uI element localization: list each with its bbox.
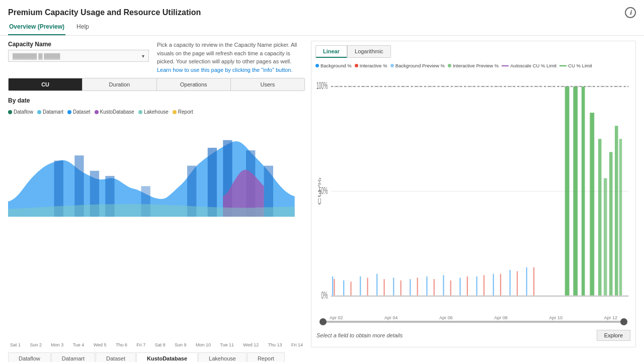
x-label: Thu 13 xyxy=(268,342,282,347)
x-label: Sat 8 xyxy=(155,342,166,347)
capacity-label: Capacity Name xyxy=(8,41,149,48)
background-pct-dot xyxy=(315,64,319,67)
right-chart: 100% 50% 0% CU % xyxy=(315,73,631,316)
legend-cu-limit-label: CU % Limit xyxy=(568,63,592,68)
svg-rect-23 xyxy=(443,275,444,296)
report-dot xyxy=(173,110,177,114)
capacity-section: Capacity Name ▓▓▓▓▓▓ ▓ ▓▓▓▓ ▾ Pick a cap… xyxy=(8,41,305,74)
legend-background-pct: Background % xyxy=(315,63,352,68)
dataflow-dot xyxy=(8,110,12,114)
svg-rect-40 xyxy=(517,271,518,296)
item-type-tabs: Dataflow Datamart Dataset KustoDatabase … xyxy=(8,352,636,362)
x-label: Sun 2 xyxy=(30,342,42,347)
x-label: Mon 3 xyxy=(51,342,63,347)
svg-rect-49 xyxy=(615,126,618,296)
bottom-section: Dataflow Datamart Dataset KustoDatabase … xyxy=(0,352,644,362)
x-label: Sun 9 xyxy=(175,342,187,347)
svg-rect-37 xyxy=(467,277,468,296)
capacity-dropdown[interactable]: ▓▓▓▓▓▓ ▓ ▓▓▓▓ ▾ xyxy=(8,50,149,62)
right-panel: Linear Logarithmic Background % Interact… xyxy=(311,41,636,347)
kustodatabase-dot xyxy=(95,110,99,114)
cu-tab-operations[interactable]: Operations xyxy=(157,78,231,90)
autoscale-cu-line xyxy=(502,65,509,66)
item-tab-report[interactable]: Report xyxy=(247,352,285,362)
cu-limit-line xyxy=(559,65,567,66)
svg-rect-45 xyxy=(590,113,594,296)
svg-text:100%: 100% xyxy=(316,80,328,91)
item-tab-dataflow[interactable]: Dataflow xyxy=(8,352,51,362)
svg-rect-47 xyxy=(604,178,607,296)
scale-tabs: Linear Logarithmic xyxy=(315,45,631,58)
legend-dataflow: Dataflow xyxy=(8,109,33,115)
cu-tab-cu[interactable]: CU xyxy=(9,78,83,90)
legend-cu-limit: CU % Limit xyxy=(559,63,592,68)
legend-dataset: Dataset xyxy=(67,109,90,115)
x-label: Tue 4 xyxy=(73,342,85,347)
svg-rect-43 xyxy=(573,86,578,296)
legend-kustodatabase: KustoDatabase xyxy=(95,109,134,115)
area-chart xyxy=(8,120,305,338)
legend-datamart: Datamart xyxy=(37,109,63,115)
tab-help[interactable]: Help xyxy=(75,20,90,35)
slider-handle-left[interactable] xyxy=(319,318,327,325)
right-chart-svg: 100% 50% 0% CU % xyxy=(315,73,631,316)
x-label: Tue 11 xyxy=(220,342,234,347)
legend-background-pct-label: Background % xyxy=(320,63,352,68)
cu-tab-duration[interactable]: Duration xyxy=(83,78,156,90)
legend-lakehouse: Lakehouse xyxy=(138,109,169,115)
legend-report: Report xyxy=(173,109,193,115)
right-x-label: Apr 06 xyxy=(439,315,453,320)
item-tab-dataset[interactable]: Dataset xyxy=(96,352,136,362)
interactive-preview-pct-dot xyxy=(448,64,451,67)
legend-label-report: Report xyxy=(178,109,193,115)
slider-handle-right[interactable] xyxy=(620,318,627,325)
svg-rect-17 xyxy=(343,281,344,296)
svg-rect-41 xyxy=(533,267,534,296)
by-date-label: By date xyxy=(8,97,305,104)
right-x-label: Apr 08 xyxy=(494,315,508,320)
x-label: Fri 7 xyxy=(136,342,145,347)
explore-button[interactable]: Explore xyxy=(597,330,630,341)
item-tab-lakehouse[interactable]: Lakehouse xyxy=(198,352,247,362)
scale-tab-logarithmic[interactable]: Logarithmic xyxy=(347,45,391,58)
svg-rect-33 xyxy=(400,281,401,296)
svg-rect-50 xyxy=(619,139,622,296)
cu-tab-users[interactable]: Users xyxy=(231,78,304,90)
right-x-label: Apr 10 xyxy=(549,315,562,320)
legend-label-kustodatabase: KustoDatabase xyxy=(100,109,134,115)
item-tab-kustodatabase[interactable]: KustoDatabase xyxy=(136,352,198,362)
legend-background-preview-pct: Background Preview % xyxy=(390,63,445,68)
svg-rect-22 xyxy=(426,277,427,296)
x-label: Wed 12 xyxy=(243,342,259,347)
svg-rect-44 xyxy=(582,86,585,296)
legend-interactive-pct-label: Interactive % xyxy=(360,63,387,68)
interactive-pct-dot xyxy=(355,64,358,67)
field-select-text: Select a field to obtain more details xyxy=(316,332,403,338)
svg-rect-34 xyxy=(417,278,418,296)
field-select-bar: Select a field to obtain more details Ex… xyxy=(315,328,631,343)
info-link[interactable]: Learn how to use this page by clicking t… xyxy=(157,67,293,73)
legend-label-lakehouse: Lakehouse xyxy=(144,109,169,115)
svg-rect-39 xyxy=(500,274,501,296)
svg-rect-21 xyxy=(410,279,411,296)
x-axis: Sat 1 Sun 2 Mon 3 Tue 4 Wed 5 Thu 6 Fri … xyxy=(8,342,305,347)
background-preview-pct-dot xyxy=(390,64,394,67)
legend-label-dataflow: Dataflow xyxy=(14,109,33,115)
item-tab-datamart[interactable]: Datamart xyxy=(51,352,95,362)
right-x-label: Apr 12 xyxy=(604,315,617,320)
scale-tab-linear[interactable]: Linear xyxy=(315,45,347,58)
legend-background-preview-pct-label: Background Preview % xyxy=(395,63,445,68)
right-x-label: Apr 02 xyxy=(330,315,343,320)
area-chart-svg xyxy=(8,120,305,217)
cu-tabs: CU Duration Operations Users xyxy=(8,78,305,91)
x-label: Wed 5 xyxy=(94,342,107,347)
svg-rect-20 xyxy=(393,278,394,296)
info-button[interactable]: ℹ xyxy=(625,7,636,18)
tab-overview[interactable]: Overview (Preview) xyxy=(8,20,65,35)
left-panel: Capacity Name ▓▓▓▓▓▓ ▓ ▓▓▓▓ ▾ Pick a cap… xyxy=(8,41,305,347)
right-legend: Background % Interactive % Background Pr… xyxy=(315,63,631,68)
svg-rect-48 xyxy=(609,152,613,296)
page-title: Premium Capacity Usage and Resource Util… xyxy=(8,8,201,17)
svg-rect-25 xyxy=(476,277,477,296)
svg-rect-26 xyxy=(493,274,494,296)
